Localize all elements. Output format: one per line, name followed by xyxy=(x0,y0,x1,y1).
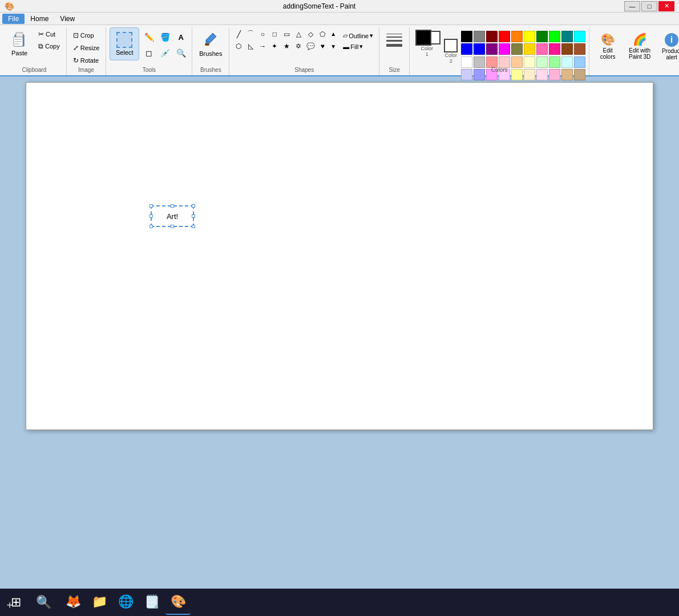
magnify-tool[interactable]: 🔍 xyxy=(173,46,188,60)
color-swatch-r1-17[interactable] xyxy=(549,43,560,55)
handle-tm[interactable] xyxy=(171,204,174,208)
star5-shape[interactable]: ★ xyxy=(281,40,292,52)
curve-shape[interactable]: ⌒ xyxy=(245,29,256,40)
taskbar-firefox[interactable]: 🦊 xyxy=(60,590,86,615)
select-button[interactable]: Select xyxy=(110,27,139,60)
cut-button[interactable]: ✂ Cut xyxy=(35,29,63,40)
color-swatch-r1-3[interactable] xyxy=(499,31,510,42)
color-swatch-r1-6[interactable] xyxy=(536,31,548,42)
color-swatch-r1-15[interactable] xyxy=(524,43,535,55)
taskbar-notes[interactable]: 🗒️ xyxy=(139,590,164,615)
right-triangle-shape[interactable]: ◺ xyxy=(245,40,256,52)
color-swatch-r2-8[interactable] xyxy=(561,56,573,68)
taskbar-browser[interactable]: 🌐 xyxy=(113,590,138,615)
color-swatch-r2-9[interactable] xyxy=(574,56,585,68)
search-button[interactable]: 🔍 xyxy=(31,590,56,615)
color1-swatch[interactable] xyxy=(415,30,431,46)
callout-shape[interactable]: 💬 xyxy=(305,40,316,52)
color-swatch-r2-0[interactable] xyxy=(461,56,472,68)
arrow-shape[interactable]: → xyxy=(257,40,268,52)
color-swatch-r1-18[interactable] xyxy=(561,43,573,55)
resize-button[interactable]: ⤢ Resize xyxy=(70,42,103,54)
color-swatch-r2-17[interactable] xyxy=(549,69,560,80)
color-swatch-r1-16[interactable] xyxy=(536,43,548,55)
color-swatch-r2-10[interactable] xyxy=(461,69,472,80)
edit-paint3d-button[interactable]: 🌈 Edit with Paint 3D xyxy=(625,30,654,63)
color-swatch-r2-3[interactable] xyxy=(499,56,510,68)
color-swatch-r1-14[interactable] xyxy=(511,43,523,55)
pencil-tool[interactable]: ✏️ xyxy=(142,30,156,44)
rounded-rect-shape[interactable]: ▭ xyxy=(281,29,292,40)
maximize-button[interactable]: □ xyxy=(641,1,657,11)
handle-bm[interactable] xyxy=(171,225,174,228)
color-swatch-r1-19[interactable] xyxy=(574,43,585,55)
handle-mr[interactable] xyxy=(192,214,195,218)
handle-tl[interactable] xyxy=(149,204,153,208)
menu-file[interactable]: File xyxy=(2,14,25,24)
color-swatch-r2-19[interactable] xyxy=(574,69,585,80)
heart-shape[interactable]: ♥ xyxy=(317,40,328,52)
color-swatch-r2-16[interactable] xyxy=(536,69,548,80)
color-swatch-r1-7[interactable] xyxy=(549,31,560,42)
shapes-up[interactable]: ▲ xyxy=(329,30,337,38)
text-tool[interactable]: A xyxy=(173,30,188,44)
color-swatch-r2-15[interactable] xyxy=(524,69,535,80)
pentagon-shape[interactable]: ⬠ xyxy=(317,29,328,40)
add-taskbar-icon[interactable]: ＋ xyxy=(5,598,15,611)
diamond-shape[interactable]: ◇ xyxy=(305,29,316,40)
canvas[interactable]: Art! xyxy=(26,82,653,430)
color-swatch-r2-4[interactable] xyxy=(511,56,523,68)
rect-shape[interactable]: □ xyxy=(269,29,280,40)
star4-shape[interactable]: ✦ xyxy=(269,40,280,52)
crop-button[interactable]: ⊡ Crop xyxy=(70,30,97,41)
handle-ml[interactable] xyxy=(149,214,153,218)
product-alert-button[interactable]: i Product alert xyxy=(657,30,679,63)
color-swatch-r2-11[interactable] xyxy=(474,69,485,80)
color-swatch-r1-12[interactable] xyxy=(486,43,498,55)
shapes-down[interactable]: ▼ xyxy=(329,42,337,50)
color-swatch-r2-14[interactable] xyxy=(511,69,523,80)
color-swatch-r1-4[interactable] xyxy=(511,31,523,42)
line-shape[interactable]: ╱ xyxy=(233,29,244,40)
color-swatch-r1-9[interactable] xyxy=(574,31,585,42)
color-swatch-r1-5[interactable] xyxy=(524,31,535,42)
menu-view[interactable]: View xyxy=(54,14,80,24)
color-picker-tool[interactable]: 💉 xyxy=(157,46,172,60)
menu-home[interactable]: Home xyxy=(25,14,54,24)
fill-tool[interactable]: 🪣 xyxy=(157,30,172,44)
color-swatch-r1-13[interactable] xyxy=(499,43,510,55)
color-swatch-r2-1[interactable] xyxy=(474,56,485,68)
color-swatch-r1-2[interactable] xyxy=(486,31,498,42)
color2-indicator[interactable] xyxy=(444,39,458,52)
handle-br[interactable] xyxy=(192,225,195,228)
size-button[interactable] xyxy=(383,27,406,60)
eraser-tool[interactable]: ◻ xyxy=(142,46,156,60)
color-swatch-r2-5[interactable] xyxy=(524,56,535,68)
brushes-button[interactable]: Brushes xyxy=(196,27,225,60)
taskbar-paint[interactable]: 🎨 xyxy=(165,590,191,615)
fill-dropdown[interactable]: ▬ Fill ▾ xyxy=(341,42,375,51)
triangle-shape[interactable]: △ xyxy=(293,29,304,40)
handle-bl[interactable] xyxy=(149,225,153,228)
copy-button[interactable]: ⧉ Copy xyxy=(35,40,63,52)
oval-shape[interactable]: ○ xyxy=(257,29,268,40)
star6-shape[interactable]: ✡ xyxy=(293,40,304,52)
hexagon-shape[interactable]: ⬡ xyxy=(233,40,244,52)
text-selection-box[interactable]: Art! xyxy=(151,205,194,227)
close-button[interactable]: ✕ xyxy=(658,1,674,11)
minimize-button[interactable]: — xyxy=(624,1,640,11)
color-swatch-r1-0[interactable] xyxy=(461,31,472,42)
color-swatch-r1-11[interactable] xyxy=(474,43,485,55)
color-swatch-r1-1[interactable] xyxy=(474,31,485,42)
taskbar-files[interactable]: 📁 xyxy=(87,590,112,615)
color-swatch-r1-8[interactable] xyxy=(561,31,573,42)
color-swatch-r2-18[interactable] xyxy=(561,69,573,80)
edit-colors-button[interactable]: 🎨 Edit colors xyxy=(593,30,623,63)
outline-dropdown[interactable]: ▱ Outline ▾ xyxy=(341,31,375,40)
paste-button[interactable]: Paste xyxy=(6,27,33,60)
color-swatch-r1-10[interactable] xyxy=(461,43,472,55)
color-swatch-r2-7[interactable] xyxy=(549,56,560,68)
handle-tr[interactable] xyxy=(192,204,195,208)
rotate-button[interactable]: ↻ Rotate xyxy=(70,55,102,66)
color-swatch-r2-2[interactable] xyxy=(486,56,498,68)
